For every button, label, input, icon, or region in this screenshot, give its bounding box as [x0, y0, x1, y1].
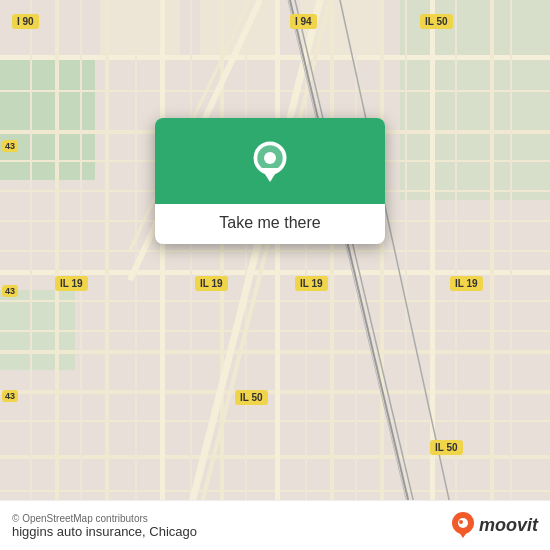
svg-rect-33	[80, 0, 82, 550]
svg-rect-27	[275, 0, 280, 550]
bottom-bar: © OpenStreetMap contributors higgins aut…	[0, 500, 550, 550]
road-label-43-bot: 43	[2, 390, 18, 402]
svg-rect-30	[430, 0, 435, 550]
svg-point-52	[264, 152, 276, 164]
popup-footer[interactable]: Take me there	[155, 204, 385, 244]
osm-credit: © OpenStreetMap contributors	[12, 513, 197, 524]
popup-card: Take me there	[155, 118, 385, 244]
svg-rect-40	[455, 0, 457, 550]
svg-rect-31	[490, 0, 494, 550]
map-container: I 90 I 94 IL 50 IL 19 IL 19 IL 19 IL 19 …	[0, 0, 550, 550]
map-background	[0, 0, 550, 550]
svg-rect-28	[330, 0, 334, 550]
road-label-il19-mid2: IL 19	[295, 276, 328, 291]
svg-rect-37	[305, 0, 307, 550]
svg-rect-41	[510, 0, 512, 550]
moovit-logo[interactable]: moovit	[451, 512, 538, 540]
svg-marker-56	[456, 528, 470, 538]
moovit-brand-text: moovit	[479, 515, 538, 536]
svg-point-58	[459, 520, 463, 524]
svg-rect-23	[55, 0, 59, 550]
svg-rect-32	[30, 0, 32, 550]
take-me-there-button[interactable]: Take me there	[219, 214, 320, 231]
svg-rect-35	[190, 0, 192, 550]
road-label-il19-mid1: IL 19	[195, 276, 228, 291]
svg-rect-4	[400, 0, 550, 200]
svg-rect-5	[100, 0, 180, 55]
svg-rect-24	[105, 0, 109, 550]
svg-rect-29	[380, 0, 384, 550]
road-label-il50-mid: IL 50	[235, 390, 268, 405]
road-label-il50-right: IL 50	[430, 440, 463, 455]
bottom-left: © OpenStreetMap contributors higgins aut…	[12, 513, 197, 539]
road-label-il19-left: IL 19	[55, 276, 88, 291]
road-label-43-top: 43	[2, 140, 18, 152]
popup-header	[155, 118, 385, 204]
road-label-43-mid: 43	[2, 285, 18, 297]
road-label-il50-top: IL 50	[420, 14, 453, 29]
svg-rect-25	[160, 0, 165, 550]
road-label-i94: I 94	[290, 14, 317, 29]
moovit-pin-icon	[451, 512, 475, 540]
location-name: higgins auto insurance, Chicago	[12, 524, 197, 539]
location-pin-icon	[251, 140, 289, 186]
road-label-i90: I 90	[12, 14, 39, 29]
road-label-il19-right: IL 19	[450, 276, 483, 291]
